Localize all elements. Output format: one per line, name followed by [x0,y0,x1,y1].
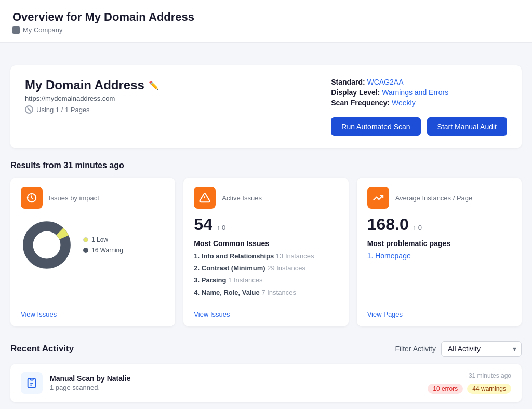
view-issues-link-2[interactable]: View Issues [194,304,338,318]
avg-instances-delta: ↑ 0 [413,224,422,231]
legend-item-warning: 16 Warning [83,247,123,254]
active-issues-number: 54 [194,215,212,234]
donut-legend: 1 Low 16 Warning [83,236,123,254]
activity-item-name: Manual Scan by Natalie [50,374,131,383]
issue-item-1: 1. Info and Relationships 13 Instances [194,252,338,261]
card2-label: Active Issues [222,194,262,202]
issue-item-2: 2. Contrast (Minimum) 29 Instances [194,264,338,273]
activity-header: Recent Activity Filter Activity All Acti… [10,341,522,357]
results-header: Results from 31 minutes ago [10,161,522,170]
domain-card: My Domain Address ✏️ https://mydomainadd… [10,65,522,148]
activity-item: Manual Scan by Natalie 1 page scanned. 3… [10,364,522,402]
domain-actions: Run Automated Scan Start Manual Audit [331,117,507,136]
most-problematic-title: Most problematic pages [367,239,511,248]
legend-item-low: 1 Low [83,236,123,243]
issue-list: 1. Info and Relationships 13 Instances 2… [194,252,338,300]
issue-item-3: 3. Parsing 1 Instances [194,276,338,285]
active-issues-delta: ↑ 0 [217,224,225,231]
errors-badge: 10 errors [428,384,463,394]
filter-label: Filter Activity [395,345,436,353]
issues-chart-icon [21,187,43,209]
page-title: Overview for My Domain Address [12,10,520,24]
activity-title: Recent Activity [10,344,74,354]
activity-clipboard-icon [21,372,43,394]
most-common-title: Most Common Issues [194,239,338,248]
view-pages-link[interactable]: View Pages [367,304,511,318]
issues-by-impact-card: Issues by impact 1 Low [10,178,175,326]
issue-item-4: 4. Name, Role, Value 7 Instances [194,288,338,297]
activity-item-sub: 1 page scanned. [50,384,131,391]
domain-url: https://mydomainaddress.com [25,94,159,102]
domain-meta: Standard: WCAG2AA Display Level: Warning… [331,78,507,107]
filter-select-wrapper: All Activity Manual Scans Automated Scan… [441,341,522,357]
view-issues-link-1[interactable]: View Issues [21,304,165,318]
active-issues-icon [194,187,216,209]
company-icon [12,26,20,34]
pages-used: Using 1 / 1 Pages [25,105,159,114]
legend-dot-low [83,237,88,242]
warnings-badge: 44 warnings [467,384,511,394]
activity-time: 31 minutes ago [469,372,511,379]
svg-rect-6 [30,378,33,380]
donut-chart-wrapper: 1 Low 16 Warning [21,215,165,277]
no-entry-icon [25,105,33,114]
homepage-link[interactable]: 1. Homepage [367,252,511,260]
domain-name: My Domain Address [25,78,144,92]
filter-row: Filter Activity All Activity Manual Scan… [395,341,522,357]
stats-cards: Issues by impact 1 Low [10,178,522,326]
card3-label: Average Instances / Page [395,194,473,202]
card1-label: Issues by impact [49,194,99,202]
avg-instances-number: 168.0 [367,215,409,234]
activity-filter-select[interactable]: All Activity Manual Scans Automated Scan… [441,341,522,357]
breadcrumb: My Company [12,26,520,34]
donut-chart [21,219,73,271]
avg-instances-card: Average Instances / Page 168.0 ↑ 0 Most … [357,178,522,326]
edit-icon[interactable]: ✏️ [149,80,159,90]
start-manual-audit-button[interactable]: Start Manual Audit [427,117,507,136]
svg-point-3 [34,232,60,258]
avg-instances-icon [367,187,389,209]
legend-dot-warning [83,248,88,253]
activity-badges: 10 errors 44 warnings [428,384,511,394]
active-issues-card: Active Issues 54 ↑ 0 Most Common Issues … [183,178,348,326]
run-automated-scan-button[interactable]: Run Automated Scan [331,117,420,136]
